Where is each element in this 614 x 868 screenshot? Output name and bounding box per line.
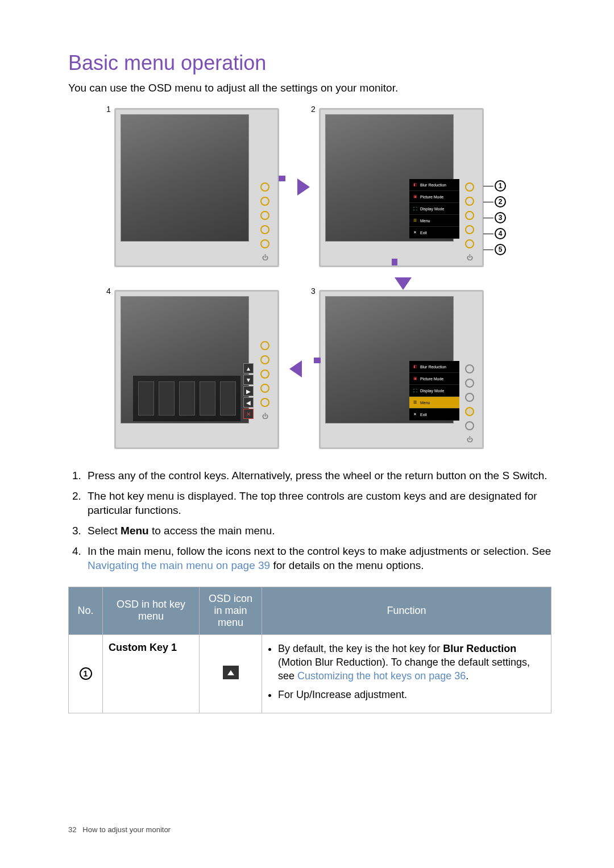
hotkey-item-label: Blur Reduction <box>420 183 446 187</box>
hotkey-item-label: Display Mode <box>420 389 444 393</box>
callout-labels: 1 2 3 4 5 <box>483 180 506 255</box>
close-icon: ✕ <box>243 409 254 419</box>
hotkey-item-label: Picture Mode <box>420 195 443 199</box>
control-button-icon <box>260 239 269 248</box>
menu-icon: ☰ <box>412 400 418 405</box>
osd-up-icon <box>223 666 239 679</box>
control-button-icon <box>465 393 474 402</box>
control-button-icon <box>260 384 269 393</box>
monitor-step-2: ◧Blur Reduction ▣Picture Mode ⛶Display M… <box>319 108 484 267</box>
step-2: The hot key menu is displayed. The top t… <box>84 489 551 518</box>
monitor-step-1: ⏻ <box>114 108 279 267</box>
exit-icon: ✕ <box>412 412 418 417</box>
control-button-icon <box>260 369 269 379</box>
control-button-icon <box>465 197 474 206</box>
function-cell: By default, the key is the hot key for B… <box>262 634 551 713</box>
exit-icon: ✕ <box>412 230 418 235</box>
blur-reduction-icon: ◧ <box>412 364 418 369</box>
step-label-1: 1 <box>106 105 111 114</box>
link-customizing-hot-keys[interactable]: Customizing the hot keys on page 36 <box>297 670 466 682</box>
figure-diagram: 1 2 3 4 ⏻ ◧Blur Reduction ▣Picture Mode … <box>99 105 520 457</box>
control-button-icon <box>465 407 474 416</box>
control-button-icon <box>465 379 474 388</box>
power-icon: ⏻ <box>466 435 474 443</box>
row-number-badge: 1 <box>80 667 92 680</box>
reference-table: No. OSD in hot key menu OSD icon in main… <box>68 587 551 713</box>
control-button-icon <box>260 211 269 220</box>
control-button-icon <box>260 197 269 206</box>
picture-mode-icon: ▣ <box>412 376 418 381</box>
power-icon: ⏻ <box>261 412 269 420</box>
control-button-icon <box>260 182 269 192</box>
hotkey-item-label: Exit <box>420 231 427 235</box>
hotkey-menu: ◧Blur Reduction ▣Picture Mode ⛶Display M… <box>409 179 459 239</box>
hotkey-item-label: Blur Reduction <box>420 365 446 369</box>
hotkey-name: Custom Key 1 <box>109 642 177 653</box>
control-button-icon <box>260 398 269 407</box>
page-title: Basic menu operation <box>68 51 551 75</box>
arrow-left-icon <box>289 360 302 377</box>
down-arrow-icon: ▼ <box>243 375 254 385</box>
monitor-step-3: ◧Blur Reduction ▣Picture Mode ⛶Display M… <box>319 290 484 449</box>
intro-text: You can use the OSD menu to adjust all t… <box>68 82 551 94</box>
th-mainmenu: OSD icon in main menu <box>200 587 262 634</box>
th-hotkey: OSD in hot key menu <box>103 587 200 634</box>
hotkey-item-label: Display Mode <box>420 207 444 211</box>
link-navigating-main-menu[interactable]: Navigating the main menu on page 39 <box>88 559 270 571</box>
th-no: No. <box>69 587 103 634</box>
table-row: 1 Custom Key 1 By default, the key is th… <box>69 634 551 713</box>
control-button-icon <box>465 421 474 430</box>
step-1: Press any of the control keys. Alternati… <box>84 468 551 483</box>
control-button-icon <box>260 225 269 234</box>
power-icon: ⏻ <box>261 254 269 261</box>
display-mode-icon: ⛶ <box>412 206 418 211</box>
menu-icon: ☰ <box>412 218 418 223</box>
control-button-icon <box>260 355 269 364</box>
right-arrow-icon: ▶ <box>243 386 254 396</box>
step-label-4: 4 <box>106 286 111 296</box>
monitor-step-4: ▲ ▼ ▶ ◀ ✕ ⏻ <box>114 290 279 449</box>
control-button-icon <box>465 239 474 248</box>
picture-mode-icon: ▣ <box>412 194 418 200</box>
hotkey-item-label: Exit <box>420 413 427 417</box>
control-button-icon <box>465 182 474 192</box>
step-label-2: 2 <box>311 105 316 114</box>
control-button-icon <box>465 364 474 373</box>
main-menu-overlay <box>133 376 240 421</box>
hotkey-menu: ◧Blur Reduction ▣Picture Mode ⛶Display M… <box>409 361 459 421</box>
instruction-list: Press any of the control keys. Alternati… <box>84 468 551 573</box>
blur-reduction-icon: ◧ <box>412 182 418 188</box>
step-4: In the main menu, follow the icons next … <box>84 544 551 573</box>
hotkey-item-label: Picture Mode <box>420 377 443 381</box>
up-arrow-icon: ▲ <box>243 363 254 373</box>
arrow-right-icon <box>297 178 310 196</box>
power-icon: ⏻ <box>466 254 474 261</box>
th-function: Function <box>262 587 551 634</box>
hotkey-item-label: Menu <box>420 219 430 223</box>
step-label-3: 3 <box>311 286 316 296</box>
page-footer: 32 How to adjust your monitor <box>68 825 171 834</box>
step-3: Select Menu to access the main menu. <box>84 524 551 538</box>
hotkey-item-label: Menu <box>420 401 430 405</box>
control-button-icon <box>465 225 474 234</box>
control-button-icon <box>465 211 474 220</box>
display-mode-icon: ⛶ <box>412 388 418 393</box>
left-arrow-icon: ◀ <box>243 397 254 408</box>
control-button-icon <box>260 341 269 350</box>
arrow-down-icon <box>395 277 412 290</box>
